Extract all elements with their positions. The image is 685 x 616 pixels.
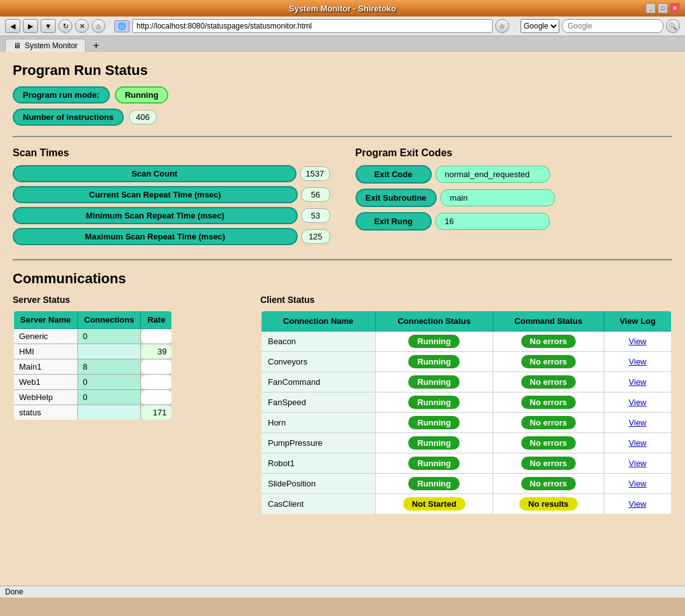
table-row: Generic 0 [13,329,172,344]
cmd-status-badge: No results [519,497,578,511]
star-button[interactable]: ☆ [495,19,509,33]
scan-row-value: 125 [302,229,330,244]
server-connections-cell: 0 [77,329,141,344]
client-conn-status-cell: Running [375,331,493,352]
url-bar[interactable] [132,19,493,33]
exit-row-value: normal_end_requested [436,166,550,183]
refresh-button[interactable]: ↻ [58,19,72,33]
minimize-button[interactable]: _ [646,3,656,13]
maximize-button[interactable]: □ [658,3,668,13]
client-conn-status-cell: Running [375,474,493,494]
client-view-cell[interactable]: View [604,453,672,474]
client-table: Connection NameConnection StatusCommand … [260,310,672,515]
client-conn-status-cell: Running [375,413,493,433]
cmd-status-badge: No errors [521,457,576,470]
client-name-cell: Horn [261,413,375,433]
server-status-section: Server Status Server Name Connections Ra… [13,295,241,421]
scan-row: Scan Count 1537 [13,165,330,182]
client-col-header: Connection Status [375,311,493,331]
client-view-cell[interactable]: View [604,372,672,392]
search-go-button[interactable]: 🔍 [666,19,680,33]
exit-row: Exit Rung 16 [356,212,673,231]
history-button[interactable]: ▼ [41,19,56,33]
server-connections-cell: 0 [77,375,141,390]
back-button[interactable]: ◀ [5,19,20,33]
client-view-cell[interactable]: View [604,413,672,433]
forward-button[interactable]: ▶ [23,19,38,33]
client-conn-status-cell: Not Started [375,494,493,515]
instructions-label: Number of instructions [13,109,124,126]
server-rate-cell [141,329,173,344]
client-cmd-status-cell: No errors [493,352,604,372]
client-view-cell[interactable]: View [604,433,672,453]
table-row: Conveyors Running No errors View [261,352,672,372]
page-content: Program Run Status Program run mode: Run… [0,52,685,586]
server-rate-cell [141,359,173,375]
program-mode-value: Running [115,86,169,104]
client-view-cell[interactable]: View [604,474,672,494]
client-cmd-status-cell: No errors [493,433,604,453]
scan-row-label: Current Scan Repeat Time (msec) [13,186,298,203]
client-name-cell: PumpPressure [261,433,375,453]
table-row: status 171 [13,405,172,421]
scan-row-value: 53 [302,208,330,223]
statusbar-text: Done [5,587,23,596]
server-col-name: Server Name [13,311,77,329]
view-log-link[interactable]: View [628,398,646,407]
view-log-link[interactable]: View [628,499,646,509]
view-log-link[interactable]: View [628,357,646,366]
scan-times-section: Scan Times Scan Count 1537 Current Scan … [13,147,330,249]
tab-label: System Monitor [25,41,77,50]
table-row: Beacon Running No errors View [261,331,672,352]
client-col-header: Command Status [493,311,604,331]
client-conn-status-cell: Running [375,372,493,392]
view-log-link[interactable]: View [628,438,646,448]
client-view-cell[interactable]: View [604,392,672,413]
tab-icon: 🖥 [13,41,21,50]
cmd-status-badge: No errors [521,477,576,490]
table-row: Horn Running No errors View [261,413,672,433]
table-row: Main1 8 [13,359,172,375]
stop-button[interactable]: ✕ [75,19,89,33]
view-log-link[interactable]: View [628,337,646,346]
server-name-cell: Generic [13,329,77,344]
client-cmd-status-cell: No errors [493,331,604,352]
conn-status-badge: Running [408,375,460,389]
view-log-link[interactable]: View [628,418,646,427]
conn-status-badge: Running [408,477,460,490]
search-input[interactable] [562,19,663,33]
client-name-cell: SlidePosition [261,474,375,494]
program-mode-label: Program run mode: [13,86,110,104]
search-engine-select[interactable]: Google [521,19,559,33]
exit-row-label: Exit Rung [356,212,432,231]
client-conn-status-cell: Running [375,392,493,413]
client-cmd-status-cell: No results [493,494,604,515]
home-button[interactable]: ⌂ [91,19,105,33]
cmd-status-badge: No errors [521,436,576,450]
exit-codes-heading: Program Exit Codes [356,147,673,159]
url-icon: 🌐 [114,20,130,32]
view-log-link[interactable]: View [628,377,646,387]
server-name-cell: HMI [13,344,77,359]
client-name-cell: FanSpeed [261,392,375,413]
client-view-cell[interactable]: View [604,494,672,515]
conn-status-badge: Running [408,457,460,470]
exit-row: Exit Subroutine main [356,189,673,207]
view-log-link[interactable]: View [628,479,646,488]
client-name-cell: Robot1 [261,453,375,474]
exit-row-label: Exit Subroutine [356,189,437,207]
close-button[interactable]: ✕ [670,3,680,13]
window-controls: _ □ ✕ [646,3,680,13]
table-row: Robot1 Running No errors View [261,453,672,474]
client-view-cell[interactable]: View [604,352,672,372]
conn-status-badge: Running [408,416,460,429]
active-tab[interactable]: 🖥 System Monitor [5,39,86,52]
client-name-cell: Beacon [261,331,375,352]
scan-row-label: Scan Count [13,165,296,182]
server-table: Server Name Connections Rate Generic 0 H… [13,310,173,421]
server-rate-cell [141,375,173,390]
divider-1 [13,136,672,137]
client-view-cell[interactable]: View [604,331,672,352]
view-log-link[interactable]: View [628,459,646,468]
new-tab-button[interactable]: + [86,39,101,52]
